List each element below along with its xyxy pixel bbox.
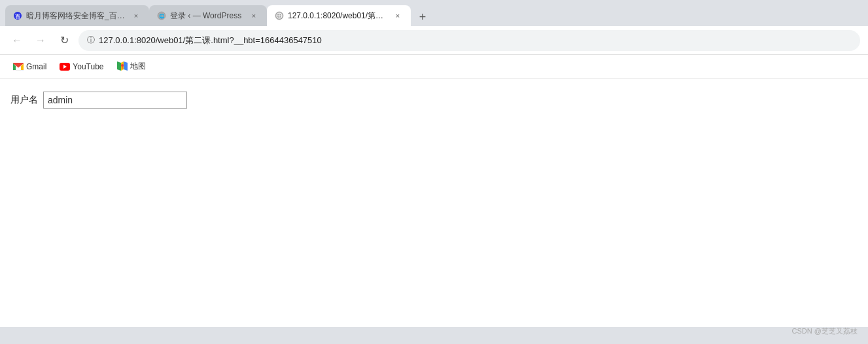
svg-text:百: 百 (15, 14, 20, 20)
forward-button[interactable]: → (31, 31, 50, 50)
new-tab-icon: + (419, 10, 426, 24)
maps-label: 地图 (130, 61, 146, 72)
browser-window: 百 暗月博客网络安全博客_百度搜索 × 🌐 登录 ‹ — WordPress × (0, 0, 868, 344)
username-input[interactable] (43, 92, 187, 109)
tab-active[interactable]: 127.0.0.1:8020/web01/第二课.h × (267, 5, 411, 26)
youtube-icon (60, 61, 70, 72)
tab-baidu[interactable]: 百 暗月博客网络安全博客_百度搜索 × (5, 5, 149, 26)
new-tab-button[interactable]: + (413, 8, 432, 26)
tab-wordpress[interactable]: 🌐 登录 ‹ — WordPress × (149, 5, 267, 26)
gmail-icon (13, 61, 24, 72)
bookmark-gmail[interactable]: Gmail (8, 59, 52, 75)
bookmark-maps[interactable]: 地图 (112, 58, 151, 75)
tab-active-label: 127.0.0.1:8020/web01/第二课.h (288, 10, 389, 22)
tab-baidu-label: 暗月博客网络安全博客_百度搜索 (26, 10, 127, 22)
gmail-label: Gmail (26, 62, 46, 71)
youtube-label: YouTube (73, 62, 103, 71)
address-bar[interactable]: ⓘ 127.0.0.1:8020/web01/第二课.html?__hbt=16… (78, 30, 860, 51)
security-info-icon[interactable]: ⓘ (87, 35, 95, 46)
tab-active-close-icon[interactable]: × (392, 10, 403, 21)
back-button[interactable]: ← (8, 31, 26, 50)
tab-wordpress-label: 登录 ‹ — WordPress (170, 10, 245, 22)
tab-bar-inner: 百 暗月博客网络安全博客_百度搜索 × 🌐 登录 ‹ — WordPress × (0, 5, 432, 26)
username-label: 用户名 (10, 94, 38, 106)
watermark: CSDN @芝芝又荔枝 (792, 326, 858, 336)
svg-text:🌐: 🌐 (159, 13, 165, 19)
maps-icon (117, 61, 128, 72)
back-icon: ← (12, 35, 22, 46)
bookmarks-bar: Gmail YouTube (0, 55, 868, 78)
svg-point-15 (121, 64, 124, 67)
url-text: 127.0.0.1:8020/web01/第二课.html?__hbt=1664… (99, 35, 852, 46)
watermark-text: CSDN @芝芝又荔枝 (792, 327, 858, 335)
baidu-favicon-icon: 百 (13, 11, 22, 20)
wordpress-favicon-icon: 🌐 (157, 11, 166, 20)
navigation-bar: ← → ↻ ⓘ 127.0.0.1:8020/web01/第二课.html?__… (0, 26, 868, 55)
page-content: 用户名 (0, 78, 868, 327)
svg-marker-12 (117, 61, 121, 71)
tab-baidu-close-icon[interactable]: × (131, 10, 141, 21)
active-tab-favicon-icon (275, 11, 284, 20)
reload-icon: ↻ (60, 34, 69, 46)
forward-icon: → (35, 35, 46, 46)
username-form-row: 用户名 (10, 92, 858, 109)
tab-bar: 百 暗月博客网络安全博客_百度搜索 × 🌐 登录 ‹ — WordPress × (0, 0, 868, 26)
reload-button[interactable]: ↻ (55, 31, 73, 50)
bookmark-youtube[interactable]: YouTube (54, 59, 109, 75)
svg-marker-14 (124, 61, 128, 71)
tab-wordpress-close-icon[interactable]: × (249, 10, 259, 21)
